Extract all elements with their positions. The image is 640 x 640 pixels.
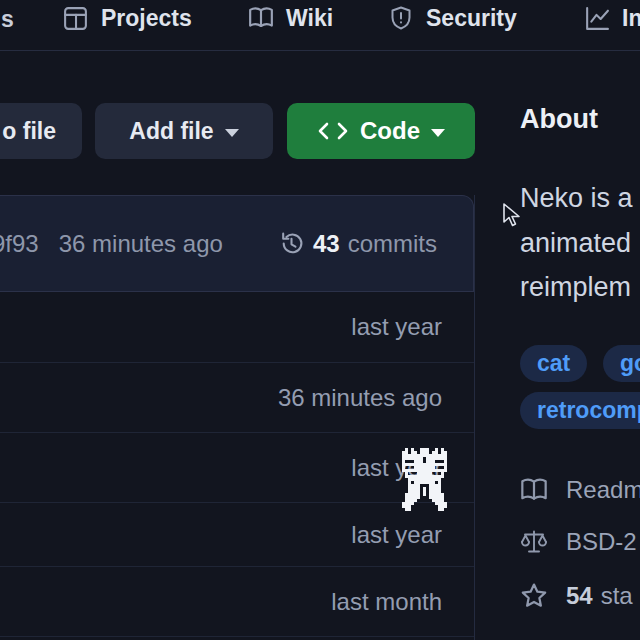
tab-wiki-label: Wiki bbox=[286, 5, 333, 32]
commits-label: commits bbox=[348, 230, 437, 258]
go-to-file-label: o file bbox=[2, 118, 56, 145]
code-button[interactable]: Code bbox=[287, 103, 475, 159]
file-row[interactable]: last month bbox=[0, 567, 474, 637]
law-scales-icon bbox=[520, 528, 548, 556]
file-row-time: 36 minutes ago bbox=[278, 384, 442, 412]
book-icon bbox=[520, 476, 548, 504]
neko-cat-sprite bbox=[402, 448, 447, 515]
file-row[interactable]: 36 minutes ago bbox=[0, 363, 474, 433]
about-description: animated bbox=[520, 228, 631, 259]
stars-link[interactable]: 54sta bbox=[520, 582, 633, 610]
history-icon bbox=[278, 230, 305, 257]
code-button-label: Code bbox=[360, 117, 420, 145]
tab-insights-label: In bbox=[622, 5, 640, 32]
add-file-label: Add file bbox=[129, 118, 213, 145]
chevron-down-icon bbox=[225, 129, 239, 137]
tab-insights[interactable]: In bbox=[583, 1, 640, 35]
add-file-button[interactable]: Add file bbox=[95, 103, 273, 159]
tab-projects[interactable]: Projects bbox=[62, 1, 192, 35]
file-table: 9f93 36 minutes ago 43 commits last year… bbox=[0, 195, 475, 640]
star-icon bbox=[520, 582, 548, 610]
tab-wiki[interactable]: Wiki bbox=[248, 1, 333, 35]
file-row[interactable]: last year bbox=[0, 292, 474, 363]
stars-label: sta bbox=[601, 582, 633, 609]
topic-tag-retrocomputing[interactable]: retrocomp bbox=[520, 392, 640, 429]
code-icon bbox=[317, 122, 349, 140]
tab-security-label: Security bbox=[426, 5, 517, 32]
latest-commit-bar: 9f93 36 minutes ago 43 commits bbox=[0, 195, 474, 292]
github-repo-page: s Projects Wiki Security In bbox=[0, 0, 640, 640]
commit-history-link[interactable]: 43 commits bbox=[278, 230, 437, 258]
readme-label: Readm bbox=[566, 476, 640, 504]
file-row-time: last month bbox=[331, 588, 442, 616]
chevron-down-icon bbox=[431, 129, 445, 137]
about-title: About bbox=[520, 104, 598, 135]
mouse-cursor bbox=[501, 203, 523, 233]
topic-tag-cat[interactable]: cat bbox=[520, 345, 587, 382]
shield-icon bbox=[388, 5, 414, 31]
topic-tag-go[interactable]: go bbox=[603, 345, 640, 382]
commit-count: 43 bbox=[313, 230, 340, 258]
tab-pull-requests-partial[interactable]: s bbox=[1, 6, 14, 33]
repo-tab-bar: s Projects Wiki Security In bbox=[0, 0, 640, 51]
graph-icon bbox=[583, 5, 610, 32]
book-icon bbox=[248, 5, 274, 31]
file-row-time: last year bbox=[351, 521, 442, 549]
license-link[interactable]: BSD-2 bbox=[520, 528, 637, 556]
about-description: reimplem bbox=[520, 272, 631, 303]
commit-time: 36 minutes ago bbox=[59, 230, 223, 258]
tab-projects-label: Projects bbox=[101, 5, 192, 32]
license-label: BSD-2 bbox=[566, 528, 637, 556]
go-to-file-button[interactable]: o file bbox=[0, 103, 82, 159]
tab-security[interactable]: Security bbox=[388, 1, 517, 35]
stars-count: 54 bbox=[566, 582, 593, 609]
readme-link[interactable]: Readm bbox=[520, 476, 640, 504]
about-description: Neko is a bbox=[520, 183, 633, 214]
project-icon bbox=[62, 5, 89, 32]
commit-hash-link[interactable]: 9f93 bbox=[0, 230, 39, 258]
file-row-time: last year bbox=[351, 313, 442, 341]
